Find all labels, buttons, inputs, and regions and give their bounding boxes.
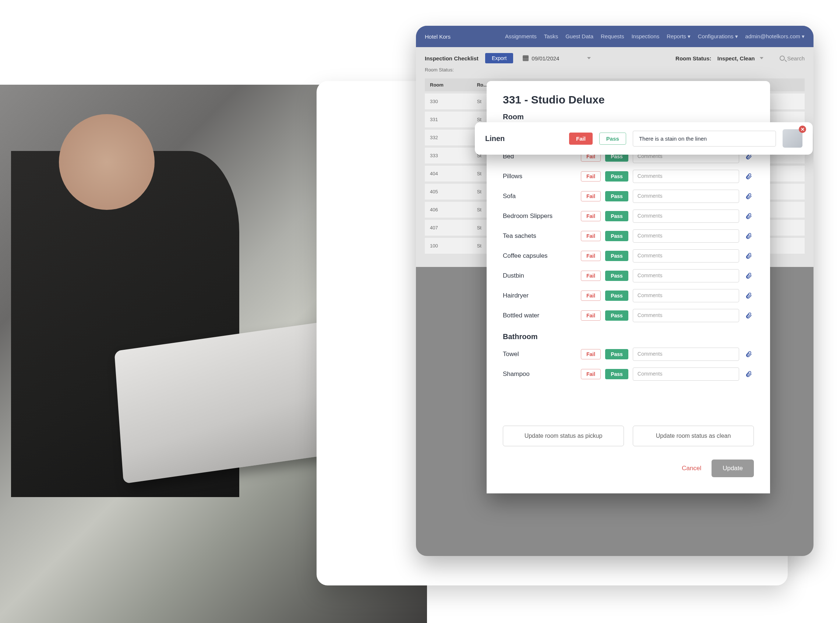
page-title: Inspection Checklist — [425, 55, 478, 61]
checklist-row: PillowsFailPassComments — [503, 170, 754, 183]
caret-icon: ▾ — [688, 33, 691, 39]
caret-icon: ▾ — [735, 33, 738, 39]
search-input[interactable]: Search — [780, 55, 805, 61]
pass-button[interactable]: Pass — [605, 310, 628, 321]
remove-attachment-icon[interactable]: ✕ — [799, 126, 806, 133]
date-picker[interactable]: 09/01/2024 — [523, 55, 591, 61]
attachment-icon[interactable] — [743, 369, 754, 379]
pass-button[interactable]: Pass — [605, 369, 628, 379]
checklist-row: HairdryerFailPassComments — [503, 289, 754, 302]
section-room-heading: Room — [503, 113, 754, 121]
nav-user-menu[interactable]: admin@hotelkors.com▾ — [745, 33, 805, 40]
pass-button[interactable]: Pass — [605, 191, 628, 201]
cancel-button[interactable]: Cancel — [682, 465, 701, 472]
comment-input[interactable]: Comments — [633, 309, 739, 322]
fail-button[interactable]: Fail — [581, 231, 601, 241]
fail-button[interactable]: Fail — [581, 369, 601, 379]
cell-room: 404 — [425, 166, 472, 181]
fail-button[interactable]: Fail — [581, 211, 601, 221]
pass-button[interactable]: Pass — [605, 251, 628, 261]
cell-room: 406 — [425, 202, 472, 218]
checklist-row: Bottled waterFailPassComments — [503, 309, 754, 322]
pass-button[interactable]: Pass — [605, 211, 628, 221]
attachment-icon[interactable] — [743, 171, 754, 181]
comment-input[interactable]: There is a stain on the linen — [633, 131, 776, 147]
pass-button[interactable]: Pass — [605, 231, 628, 241]
fail-button[interactable]: Fail — [581, 251, 601, 261]
pass-button[interactable]: Pass — [605, 290, 628, 301]
app-window: Hotel Kors Assignments Tasks Guest Data … — [416, 26, 814, 556]
attachment-icon[interactable] — [743, 191, 754, 201]
fail-button[interactable]: Fail — [581, 191, 601, 201]
cell-room: 405 — [425, 184, 472, 199]
fail-button[interactable]: Fail — [581, 310, 601, 321]
col-room[interactable]: Room — [425, 78, 472, 91]
attachment-icon[interactable] — [743, 290, 754, 301]
nav-inspections[interactable]: Inspections — [631, 33, 659, 40]
export-button[interactable]: Export — [485, 53, 513, 63]
nav-requests[interactable]: Requests — [601, 33, 624, 40]
fail-button[interactable]: Fail — [581, 290, 601, 301]
checklist-row: DustbinFailPassComments — [503, 269, 754, 282]
attachment-icon[interactable] — [743, 349, 754, 359]
pass-button[interactable]: Pass — [605, 349, 628, 359]
pass-button[interactable]: Pass — [599, 132, 626, 145]
fail-button[interactable]: Fail — [581, 171, 601, 181]
comment-input[interactable]: Comments — [633, 249, 739, 262]
update-button[interactable]: Update — [711, 459, 754, 477]
brand-label[interactable]: Hotel Kors — [425, 34, 451, 40]
comment-input[interactable]: Comments — [633, 269, 739, 282]
caret-icon: ▾ — [802, 33, 805, 39]
comment-input[interactable]: Comments — [633, 190, 739, 203]
popout-label: Linen — [485, 134, 563, 143]
nav-reports[interactable]: Reports▾ — [667, 33, 691, 40]
toolbar: Inspection Checklist Export 09/01/2024 R… — [416, 47, 814, 67]
nav-configurations[interactable]: Configurations▾ — [698, 33, 738, 40]
pass-button[interactable]: Pass — [605, 271, 628, 281]
attachment-thumbnail[interactable]: ✕ — [783, 129, 802, 148]
cell-room: 332 — [425, 130, 472, 146]
cell-room: 331 — [425, 112, 472, 127]
checklist-row: SofaFailPassComments — [503, 190, 754, 203]
checklist-item-label: Pillows — [503, 173, 576, 180]
attachment-icon[interactable] — [743, 231, 754, 241]
nav-assignments[interactable]: Assignments — [505, 33, 536, 40]
checklist-popout-linen: Linen Fail Pass There is a stain on the … — [475, 122, 813, 155]
chevron-down-icon — [587, 57, 591, 59]
cell-room: 407 — [425, 220, 472, 236]
attachment-icon[interactable] — [743, 251, 754, 261]
nav-guest-data[interactable]: Guest Data — [566, 33, 593, 40]
checklist-row: Coffee capsulesFailPassComments — [503, 249, 754, 262]
search-icon — [780, 55, 785, 61]
modal-footer: Update room status as pickup Update room… — [487, 417, 770, 493]
checklist-item-label: Bedroom Slippers — [503, 212, 576, 220]
comment-input[interactable]: Comments — [633, 289, 739, 302]
update-clean-button[interactable]: Update room status as clean — [633, 426, 754, 446]
cell-room: 100 — [425, 238, 472, 254]
update-pickup-button[interactable]: Update room status as pickup — [503, 426, 624, 446]
chevron-down-icon — [760, 57, 763, 59]
comment-input[interactable]: Comments — [633, 229, 739, 242]
checklist-row: ShampooFailPassComments — [503, 367, 754, 381]
fail-button[interactable]: Fail — [581, 271, 601, 281]
checklist-item-label: Tea sachets — [503, 232, 576, 240]
nav-tasks[interactable]: Tasks — [544, 33, 558, 40]
attachment-icon[interactable] — [743, 310, 754, 321]
checklist-row: Bedroom SlippersFailPassComments — [503, 210, 754, 223]
checklist-row: Tea sachetsFailPassComments — [503, 229, 754, 242]
attachment-icon[interactable] — [743, 271, 754, 281]
fail-button[interactable]: Fail — [581, 349, 601, 359]
comment-input[interactable]: Comments — [633, 170, 739, 183]
checklist-item-label: Hairdryer — [503, 292, 576, 299]
attachment-icon[interactable] — [743, 211, 754, 221]
room-status-filter[interactable]: Room Status: Inspect, Clean — [676, 55, 763, 61]
comment-input[interactable]: Comments — [633, 367, 739, 381]
navbar: Hotel Kors Assignments Tasks Guest Data … — [416, 26, 814, 47]
checklist-item-label: Bottled water — [503, 312, 576, 319]
cell-room: 333 — [425, 148, 472, 164]
cell-room: 330 — [425, 94, 472, 109]
fail-button[interactable]: Fail — [569, 132, 593, 145]
pass-button[interactable]: Pass — [605, 171, 628, 181]
comment-input[interactable]: Comments — [633, 210, 739, 223]
comment-input[interactable]: Comments — [633, 348, 739, 361]
